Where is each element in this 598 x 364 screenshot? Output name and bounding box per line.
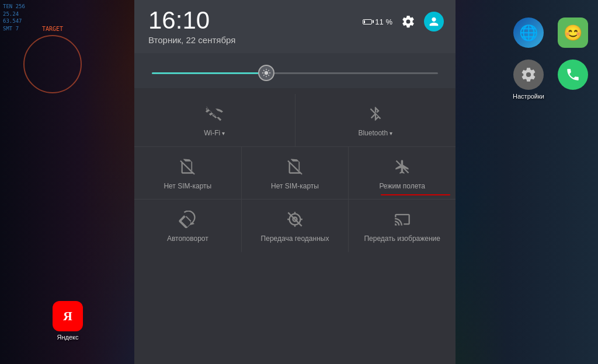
status-icons: 11 %: [363, 12, 444, 32]
sim1-off-icon: [179, 159, 196, 175]
panel-header: 16:10 Вторник, 22 сентября 11 %: [134, 0, 456, 53]
target-label: TARGET: [42, 26, 63, 32]
brightness-slider[interactable]: [152, 64, 438, 82]
quick-toggles-grid: Wi-Fi ▾ Bluetooth ▾: [134, 88, 456, 364]
notification-panel: 16:10 Вторник, 22 сентября 11 %: [134, 0, 456, 364]
sim1-label-text: Нет SIM-карты: [164, 182, 211, 191]
cast-label-text: Передать изображение: [364, 235, 440, 244]
desktop-icon-yandex[interactable]: Я Яндекс: [53, 301, 83, 341]
wifi-off-icon: [206, 105, 223, 123]
autorotate-label-text: Автоповорот: [167, 235, 208, 244]
battery-percent: 11 %: [375, 18, 392, 26]
battery-icon: [363, 19, 372, 24]
airplane-label-text: Режим полета: [379, 182, 425, 191]
brightness-icon: [262, 68, 271, 78]
settings-button[interactable]: [398, 12, 418, 32]
sim2-label: Нет SIM-карты: [271, 182, 319, 191]
phone-icon-box: [558, 60, 588, 90]
desktop-icon-globe[interactable]: 🌐: [513, 18, 544, 48]
bluetooth-dropdown-arrow: ▾: [390, 130, 392, 137]
brightness-thumb[interactable]: [258, 65, 274, 81]
settings-gear-icon: [401, 15, 415, 29]
toggle-bluetooth[interactable]: Bluetooth ▾: [295, 94, 456, 146]
brightness-section: [134, 53, 456, 88]
phone-icon: [565, 67, 580, 82]
toggle-sim2[interactable]: Нет SIM-карты: [242, 147, 349, 200]
avatar-button[interactable]: [424, 12, 444, 32]
time-display: 16:10: [148, 8, 235, 33]
yandex-icon: Я: [63, 309, 72, 324]
wifi-dropdown-arrow: ▾: [222, 130, 225, 137]
airplane-icon: [392, 156, 413, 177]
globe-icon: 🌐: [519, 24, 538, 42]
autorotate-icon: [177, 209, 198, 230]
cast-label: Передать изображение: [364, 235, 440, 244]
location-icon: [284, 209, 305, 230]
location-label: Передача геоданных: [261, 235, 329, 244]
airplane-label: Режим полета: [379, 182, 425, 191]
sim1-label: Нет SIM-карты: [164, 182, 211, 191]
target-hud-graphic: TARGET: [23, 35, 82, 93]
yandex-icon-box: Я: [53, 301, 83, 331]
hud-text-1: TEN 256: [3, 3, 25, 10]
bluetooth-icon: [365, 103, 386, 124]
settings-desktop-label: Настройки: [513, 93, 544, 100]
toggle-row-3: Автоповорот Передача геоданных: [134, 200, 456, 252]
sim2-label-text: Нет SIM-карты: [271, 182, 319, 191]
gear-desktop-icon: [520, 66, 537, 83]
bluetooth-off-icon: [367, 106, 384, 122]
smiley-icon: 😊: [564, 24, 582, 42]
bluetooth-label-text: Bluetooth: [358, 129, 388, 138]
sim1-icon: [177, 156, 198, 177]
desktop-icon-phone[interactable]: [558, 60, 588, 90]
wifi-icon: [204, 103, 225, 124]
toggle-location[interactable]: Передача геоданных: [242, 200, 349, 252]
location-off-icon: [287, 211, 303, 228]
hud-overlay: TEN 256 25.24 63.547 SMT 7: [3, 3, 25, 32]
brightness-fill: [152, 72, 266, 74]
settings-icon-box: [513, 60, 544, 90]
yandex-label: Яндекс: [57, 334, 79, 341]
bluetooth-label: Bluetooth ▾: [358, 129, 392, 138]
sim2-icon: [284, 156, 305, 177]
cast-icon: [392, 209, 413, 230]
toggle-row-2: Нет SIM-карты Нет SIM-карты: [134, 147, 456, 200]
brightness-track: [152, 72, 438, 74]
desktop-icon-settings[interactable]: Настройки: [513, 60, 544, 100]
toggle-row-1: Wi-Fi ▾ Bluetooth ▾: [134, 94, 456, 147]
globe-icon-box: 🌐: [513, 18, 544, 48]
toggle-cast[interactable]: Передать изображение: [349, 200, 456, 252]
avatar-icon: [427, 15, 440, 28]
airplane-red-underline: [381, 194, 450, 195]
toggle-autorotate[interactable]: Автоповорот: [134, 200, 242, 252]
toggle-airplane[interactable]: Режим полета: [349, 147, 456, 200]
desktop-icon-smiley[interactable]: 😊: [558, 18, 588, 48]
battery-indicator: 11 %: [363, 18, 392, 26]
hud-text-2: 25.24: [3, 10, 25, 18]
smiley-icon-box: 😊: [558, 18, 588, 48]
airplane-mode-icon: [394, 159, 411, 175]
hud-text-4: SMT 7: [3, 25, 25, 33]
toggle-wifi[interactable]: Wi-Fi ▾: [134, 94, 295, 146]
time-date-block: 16:10 Вторник, 22 сентября: [148, 8, 235, 45]
date-display: Вторник, 22 сентября: [148, 35, 235, 45]
sim2-off-icon: [287, 159, 303, 175]
screen-rotation-icon: [179, 211, 196, 228]
autorotate-label: Автоповорот: [167, 235, 208, 244]
toggle-sim1[interactable]: Нет SIM-карты: [134, 147, 242, 200]
wifi-label-text: Wi-Fi: [204, 129, 220, 138]
location-label-text: Передача геоданных: [261, 235, 329, 244]
wifi-label: Wi-Fi ▾: [204, 129, 225, 138]
hud-text-3: 63.547: [3, 18, 25, 25]
desktop-icons-right: 🌐 😊 Настройки: [512, 18, 589, 100]
cast-screen-icon: [394, 211, 411, 228]
